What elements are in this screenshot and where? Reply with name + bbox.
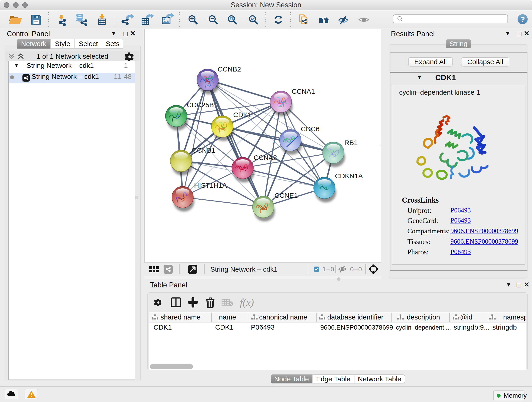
svg-text:CCNB2: CCNB2 — [218, 65, 241, 73]
svg-text:CCNA2: CCNA2 — [254, 154, 277, 161]
svg-text:1 – 0: 1 – 0 — [322, 266, 334, 273]
svg-text:?: ? — [520, 15, 525, 24]
svg-text:CCNB1: CCNB1 — [192, 147, 215, 154]
svg-text:RB1: RB1 — [344, 139, 358, 147]
svg-text:0 – 0: 0 – 0 — [350, 266, 362, 273]
svg-text:CDK1: CDK1 — [233, 111, 252, 119]
svg-text:CDC25B: CDC25B — [187, 101, 214, 109]
svg-text:CDC6: CDC6 — [301, 125, 320, 133]
svg-text:CDKN1A: CDKN1A — [335, 172, 363, 180]
svg-text:CDK1: CDK1 — [153, 323, 172, 331]
svg-text:CCNA1: CCNA1 — [292, 88, 315, 95]
svg-text:cyclin–dependent ...: cyclin–dependent ... — [396, 324, 451, 331]
svg-text:stringdb:9...: stringdb:9... — [454, 323, 490, 331]
svg-text:f(x): f(x) — [240, 297, 254, 308]
svg-text:CCNE1: CCNE1 — [274, 191, 298, 199]
svg-text:namespac: namespac — [503, 313, 526, 321]
svg-text:HIST1H1A: HIST1H1A — [194, 182, 227, 189]
svg-text:database identifier: database identifier — [327, 313, 383, 321]
svg-text:shared name: shared name — [160, 313, 201, 321]
svg-text:9606.ENSP00000378699: 9606.ENSP00000378699 — [320, 324, 393, 331]
svg-text:@id: @id — [460, 313, 472, 321]
svg-text:P06493: P06493 — [251, 323, 274, 331]
svg-text:stringdb: stringdb — [492, 323, 517, 331]
svg-text:canonical name: canonical name — [259, 313, 307, 321]
svg-text:CDK1: CDK1 — [215, 323, 234, 331]
svg-text:String Network – cdk1: String Network – cdk1 — [210, 265, 278, 273]
svg-text:name: name — [219, 313, 236, 321]
svg-text:description: description — [407, 313, 440, 321]
